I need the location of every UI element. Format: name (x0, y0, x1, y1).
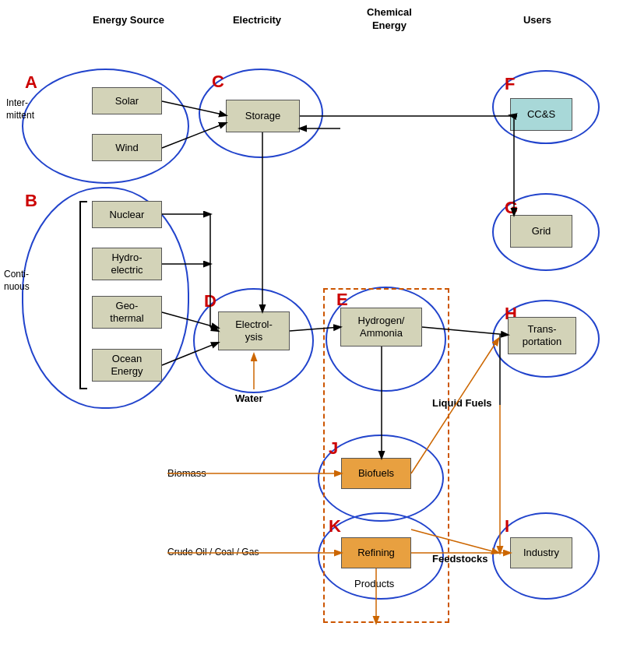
water-label: Water (235, 392, 263, 404)
box-grid: Grid (510, 215, 572, 248)
box-ocean: Ocean Energy (92, 349, 162, 382)
label-A: A (25, 72, 37, 93)
label-F: F (505, 74, 515, 94)
col-chemical: ChemicalEnergy (347, 6, 432, 33)
continuous-label: Conti-nuous (4, 269, 30, 293)
label-C: C (212, 72, 224, 92)
box-biofuels: Biofuels (341, 458, 411, 489)
col-energy-source: Energy Source (78, 14, 179, 26)
box-wind: Wind (92, 134, 162, 161)
box-geo: Geo- thermal (92, 296, 162, 329)
box-refining: Refining (341, 537, 411, 568)
feedstocks-label: Feedstocks (432, 553, 488, 565)
box-solar: Solar (92, 87, 162, 114)
box-electrolysis: Electrol- ysis (218, 311, 290, 350)
crude-label: Crude Oil / Coal / Gas (167, 547, 259, 558)
biomass-label: Biomass (167, 467, 206, 479)
label-B: B (25, 191, 37, 211)
col-users: Users (506, 14, 568, 26)
box-hydro: Hydro- electric (92, 248, 162, 280)
brace-continuous (79, 201, 87, 389)
box-ccs: CC&S (510, 98, 572, 131)
box-h2: Hydrogen/ Ammonia (340, 308, 422, 347)
col-electricity: Electricity (222, 14, 292, 26)
blob-A (22, 69, 189, 184)
label-I: I (505, 516, 509, 537)
box-transport: Trans- portation (508, 317, 576, 354)
label-D: D (204, 291, 216, 311)
box-industry: Industry (510, 537, 572, 568)
intermittent-label: Inter-mittent (6, 97, 34, 121)
liquid-fuels-label: Liquid Fuels (432, 397, 492, 409)
products-label: Products (354, 578, 394, 589)
box-nuclear: Nuclear (92, 201, 162, 228)
box-storage: Storage (226, 100, 300, 132)
